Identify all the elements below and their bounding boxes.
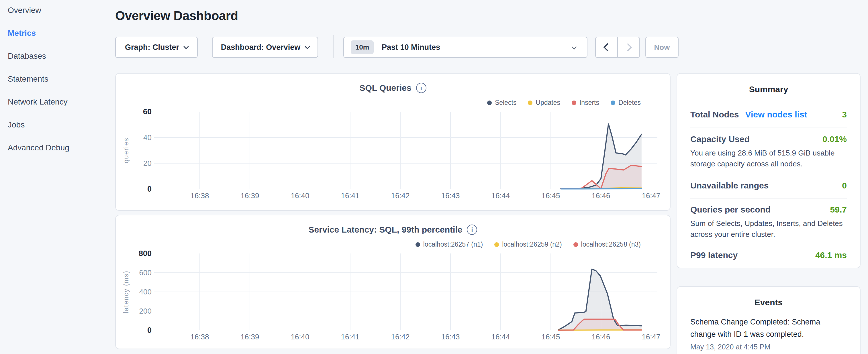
chevron-right-icon: [624, 43, 632, 51]
x-tick-label: 16:45: [541, 332, 560, 341]
y-tick-label: 40: [143, 133, 152, 142]
graph-dropdown-label: Graph: Cluster: [125, 43, 179, 52]
chevron-down-icon: [572, 45, 577, 50]
service-latency-plot: 16:3816:3916:4016:4116:4216:4316:4416:45…: [116, 215, 671, 350]
x-tick-label: 16:47: [642, 191, 660, 200]
sidebar-item-jobs[interactable]: Jobs: [8, 120, 25, 129]
sql-queries-chart-card: SQL Queries SelectsUpdatesInsertsDeletes…: [115, 73, 671, 211]
sidebar-item-advanced-debug[interactable]: Advanced Debug: [8, 143, 69, 152]
dashboard-dropdown[interactable]: Dashboard: Overview: [212, 37, 318, 58]
step-forward-button[interactable]: [618, 37, 639, 57]
time-range-dropdown[interactable]: 10m Past 10 Minutes: [343, 37, 587, 58]
x-tick-label: 16:43: [441, 191, 460, 200]
summary-row-label: P99 latency: [690, 250, 738, 260]
event-timestamp: May 13, 2020 at 4:45 PM: [690, 343, 847, 351]
y-tick-label: 600: [139, 268, 152, 277]
y-axis-title: latency (ms): [122, 270, 130, 313]
graph-dropdown[interactable]: Graph: Cluster: [115, 37, 198, 58]
y-tick-label: 0: [147, 185, 152, 193]
x-tick-label: 16:46: [591, 191, 610, 200]
dashboard-dropdown-label: Dashboard: Overview: [221, 43, 301, 52]
event-list-item[interactable]: Schema Change Completed: Schema change w…: [690, 316, 847, 351]
summary-row-label: Queries per second: [690, 205, 771, 215]
summary-panel: Summary Total Nodes View nodes list 3 Ca…: [677, 73, 861, 268]
x-tick-label: 16:42: [391, 191, 409, 200]
now-button[interactable]: Now: [645, 37, 679, 58]
y-tick-label: 20: [143, 159, 152, 167]
events-panel: Events Schema Change Completed: Schema c…: [677, 286, 861, 354]
page-title: Overview Dashboard: [115, 9, 238, 23]
summary-row-label: Total Nodes: [690, 110, 739, 120]
x-tick-label: 16:41: [341, 332, 359, 341]
x-tick-label: 16:41: [341, 191, 359, 200]
x-tick-label: 16:39: [241, 191, 259, 200]
time-range-badge: 10m: [351, 40, 374, 54]
sidebar-item-network-latency[interactable]: Network Latency: [8, 97, 68, 106]
x-tick-label: 16:44: [491, 332, 510, 341]
sidebar-item-overview[interactable]: Overview: [8, 6, 41, 15]
summary-row-description: You are using 28.6 MiB of 515.9 GiB usab…: [690, 148, 847, 169]
summary-row-p99-latency: P99 latency 46.1 ms: [690, 244, 847, 269]
summary-row-queries-per-second: Queries per second 59.7 Sum of Selects, …: [690, 198, 847, 244]
sidebar-item-databases[interactable]: Databases: [8, 52, 46, 61]
y-tick-label: 200: [139, 307, 152, 315]
x-tick-label: 16:38: [190, 191, 209, 200]
x-tick-label: 16:40: [290, 191, 309, 200]
chevron-left-icon: [603, 43, 611, 51]
summary-row-capacity-used: Capacity Used 0.01% You are using 28.6 M…: [690, 127, 847, 173]
service-latency-chart-card: Service Latency: SQL, 99th percentile lo…: [115, 215, 671, 349]
chevron-down-icon: [305, 44, 310, 49]
summary-title: Summary: [677, 74, 860, 94]
x-tick-label: 16:47: [642, 332, 660, 341]
x-tick-label: 16:39: [241, 332, 259, 341]
summary-row-label: Unavailable ranges: [690, 181, 769, 190]
summary-row-description: Sum of Selects, Updates, Inserts, and De…: [690, 218, 847, 240]
y-tick-label: 60: [143, 107, 152, 116]
x-tick-label: 16:42: [391, 332, 409, 341]
x-tick-label: 16:40: [290, 332, 309, 341]
x-tick-label: 16:38: [190, 332, 209, 341]
summary-row-unavailable-ranges: Unavailable ranges 0: [690, 173, 847, 198]
summary-row-value: 0: [842, 181, 847, 190]
step-back-button[interactable]: [596, 37, 618, 57]
toolbar-divider: [333, 35, 334, 58]
x-tick-label: 16:45: [541, 191, 560, 200]
summary-row-value: 0.01%: [823, 134, 847, 144]
summary-row-label: Capacity Used: [690, 134, 750, 144]
summary-row-value: 59.7: [830, 205, 847, 215]
summary-row-total-nodes: Total Nodes View nodes list 3: [690, 94, 847, 127]
x-tick-label: 16:44: [491, 191, 510, 200]
time-range-label: Past 10 Minutes: [382, 43, 440, 52]
events-title: Events: [677, 287, 860, 307]
summary-row-value: 3: [842, 110, 847, 120]
event-text: Schema Change Completed: Schema change w…: [690, 316, 847, 341]
time-step-buttons: [595, 37, 640, 58]
view-nodes-list-link[interactable]: View nodes list: [745, 110, 807, 120]
y-tick-label: 0: [147, 326, 152, 334]
sidebar-item-metrics[interactable]: Metrics: [8, 29, 36, 38]
x-tick-label: 16:43: [441, 332, 460, 341]
y-axis-title: queries: [122, 137, 130, 163]
summary-row-value: 46.1 ms: [815, 250, 847, 260]
sql-queries-plot: 16:3816:3916:4016:4116:4216:4316:4416:45…: [116, 74, 671, 212]
series-line: [561, 189, 642, 189]
y-tick-label: 800: [139, 249, 152, 258]
y-tick-label: 400: [139, 288, 152, 296]
x-tick-label: 16:46: [591, 332, 610, 341]
chevron-down-icon: [183, 44, 189, 49]
sidebar-item-statements[interactable]: Statements: [8, 74, 49, 84]
